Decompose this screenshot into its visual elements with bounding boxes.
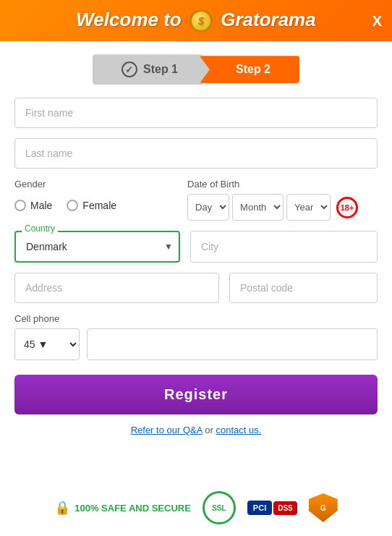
welcome-text: Welcome to xyxy=(76,9,181,30)
links-row: Refer to our Q&A or contact us. xyxy=(14,425,378,435)
first-name-field xyxy=(14,98,378,128)
dob-label: Date of Birth xyxy=(187,179,378,190)
gender-options: Male Female xyxy=(14,194,173,217)
header-title: Welcome to Gratorama xyxy=(76,9,315,33)
month-select[interactable]: Month xyxy=(232,194,284,221)
dob-group: Date of Birth Day Month Year 18+ xyxy=(187,179,378,221)
female-label: Female xyxy=(82,200,116,211)
phone-number-input[interactable] xyxy=(87,328,378,360)
cellphone-label: Cell phone xyxy=(14,313,378,324)
gender-male-option[interactable]: Male xyxy=(14,200,52,211)
safe-secure-text: 100% SAFE AND SECURE xyxy=(74,503,191,514)
form-area: Gender Male Female Date of Birth Day M xyxy=(0,98,392,484)
step-2: Step 2 xyxy=(200,56,299,83)
steps-row: ✓ Step 1 Step 2 xyxy=(0,41,392,98)
gender-group: Gender Male Female xyxy=(14,179,173,217)
last-name-input[interactable] xyxy=(14,138,378,169)
male-radio[interactable] xyxy=(14,200,26,211)
gender-dob-row: Gender Male Female Date of Birth Day M xyxy=(14,179,378,221)
qa-link[interactable]: Refer to our Q&A xyxy=(131,425,203,435)
coin-icon xyxy=(189,9,213,33)
step-1-check-icon: ✓ xyxy=(122,61,137,77)
country-city-row: Country Denmark ▼ xyxy=(14,231,378,263)
day-select[interactable]: Day xyxy=(187,194,229,221)
pci-text: PCI xyxy=(253,503,266,512)
shield-icon: G xyxy=(309,493,338,522)
or-text: or xyxy=(205,425,213,435)
pci-badge: PCI xyxy=(247,501,272,515)
age-badge: 18+ xyxy=(336,197,358,218)
close-button[interactable]: X xyxy=(372,12,382,29)
gender-label: Gender xyxy=(14,179,173,190)
security-lock: 🔒 100% SAFE AND SECURE xyxy=(54,500,191,516)
country-select[interactable]: Denmark xyxy=(14,231,180,263)
last-name-field xyxy=(14,138,378,169)
lock-icon: 🔒 xyxy=(54,500,70,516)
register-button[interactable]: Register xyxy=(14,375,378,414)
dss-badge: DSS xyxy=(273,501,297,515)
country-label: Country xyxy=(22,224,58,234)
header: Welcome to Gratorama X xyxy=(0,0,392,41)
step-2-label: Step 2 xyxy=(236,63,270,75)
ssl-badge: SSL xyxy=(203,491,236,524)
ssl-text: SSL xyxy=(212,504,226,512)
dob-selects: Day Month Year 18+ xyxy=(187,194,378,221)
country-field: Country Denmark ▼ xyxy=(14,231,180,263)
gender-female-option[interactable]: Female xyxy=(67,200,116,211)
year-select[interactable]: Year xyxy=(286,194,331,221)
pci-group: PCI DSS xyxy=(247,501,297,515)
brand-name: Gratorama xyxy=(221,9,316,30)
address-input[interactable] xyxy=(14,273,219,303)
female-radio[interactable] xyxy=(67,200,78,211)
postal-code-input[interactable] xyxy=(229,273,378,303)
security-row: 🔒 100% SAFE AND SECURE SSL PCI DSS G xyxy=(0,484,392,536)
city-input[interactable] xyxy=(190,231,378,263)
phone-code-select[interactable]: 45 ▼ xyxy=(14,328,80,360)
step-1: ✓ Step 1 xyxy=(93,54,214,85)
address-postal-row xyxy=(14,273,378,303)
cellphone-row: 45 ▼ xyxy=(14,328,378,360)
cellphone-section: Cell phone 45 ▼ xyxy=(14,313,378,360)
male-label: Male xyxy=(30,200,52,211)
contact-link[interactable]: contact us. xyxy=(216,425,261,435)
step-1-label: Step 1 xyxy=(143,63,178,76)
first-name-input[interactable] xyxy=(14,98,378,128)
